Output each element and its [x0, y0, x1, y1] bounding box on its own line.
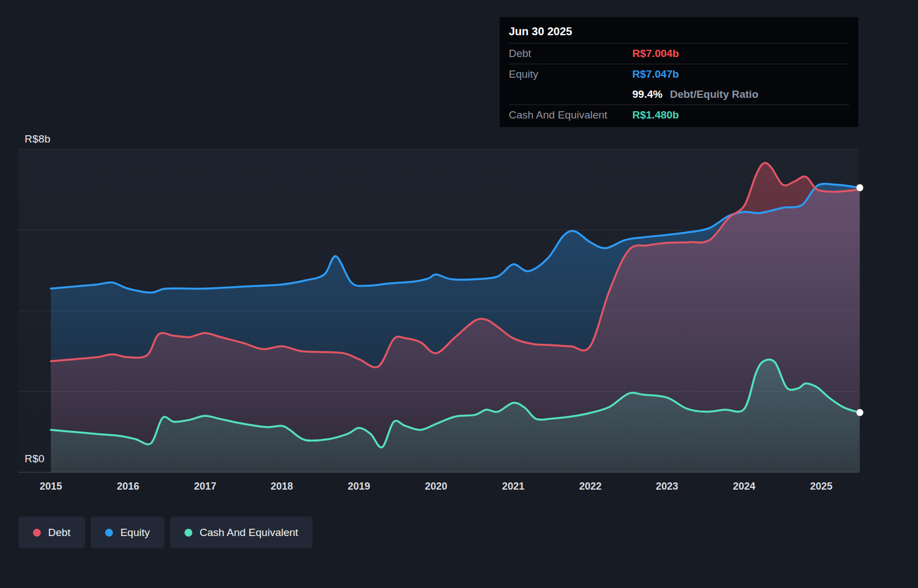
x-tick-2019: 2019 [348, 481, 370, 492]
cash-legend-dot-icon [184, 529, 192, 537]
chart-tooltip: Jun 30 2025 Debt R$7.004b Equity R$7.047… [499, 17, 859, 127]
chart-legend: Debt Equity Cash And Equivalent [18, 516, 313, 548]
x-tick-2020: 2020 [425, 481, 447, 492]
x-tick-2015: 2015 [40, 481, 62, 492]
x-tick-2023: 2023 [656, 481, 678, 492]
debt-legend-dot-icon [33, 529, 41, 537]
x-tick-2017: 2017 [194, 481, 216, 492]
tooltip-row-debt: Debt R$7.004b [509, 44, 849, 64]
tooltip-row-cash: Cash And Equivalent R$1.480b [509, 105, 849, 125]
tooltip-row-equity: Equity R$7.047b [509, 64, 849, 84]
tooltip-cash-value: R$1.480b [632, 109, 849, 121]
tooltip-date: Jun 30 2025 [509, 20, 849, 44]
debt-equity-history-chart: R$8b R$0 2015 2016 2017 2018 2019 2020 2… [0, 0, 918, 588]
y-axis-label-bottom: R$0 [25, 453, 44, 465]
tooltip-debt-value: R$7.004b [632, 48, 849, 60]
tooltip-ratio: 99.4% Debt/Equity Ratio [632, 88, 849, 101]
legend-cash-label: Cash And Equivalent [200, 527, 298, 539]
legend-debt-label: Debt [48, 527, 70, 539]
x-tick-2018: 2018 [271, 481, 293, 492]
x-tick-2025: 2025 [810, 481, 832, 492]
tooltip-row-ratio: 99.4% Debt/Equity Ratio [509, 84, 849, 105]
tooltip-equity-label: Equity [509, 68, 632, 80]
tooltip-equity-value: R$7.047b [632, 68, 849, 80]
x-tick-2024: 2024 [733, 481, 755, 492]
x-tick-2016: 2016 [117, 481, 139, 492]
tooltip-debt-label: Debt [509, 48, 632, 60]
x-tick-2021: 2021 [502, 481, 524, 492]
legend-equity-label: Equity [120, 527, 150, 539]
tooltip-ratio-value: 99.4% [632, 88, 663, 100]
x-tick-2022: 2022 [579, 481, 602, 492]
legend-item-equity[interactable]: Equity [91, 516, 164, 548]
y-axis-label-top: R$8b [25, 133, 50, 145]
equity-legend-dot-icon [105, 529, 113, 537]
tooltip-ratio-label: Debt/Equity Ratio [670, 88, 758, 100]
legend-item-cash[interactable]: Cash And Equivalent [170, 516, 313, 548]
tooltip-cash-label: Cash And Equivalent [509, 109, 632, 121]
legend-item-debt[interactable]: Debt [18, 516, 85, 548]
